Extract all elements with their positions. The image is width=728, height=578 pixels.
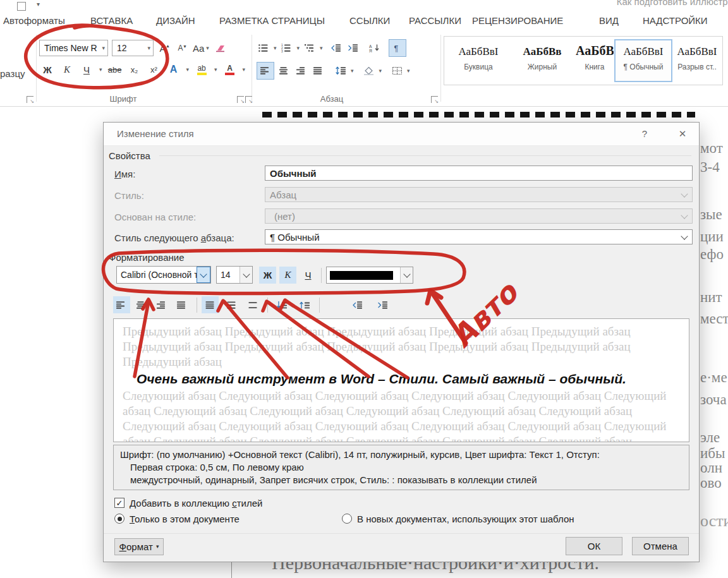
style-gallery-item-5[interactable]: АаБбВвІРазрыв ст.. bbox=[672, 39, 722, 82]
style-gallery-item-4[interactable]: АаБбВвІ¶ Обычный bbox=[614, 39, 672, 82]
align-center-icon[interactable] bbox=[277, 63, 291, 78]
paragraph-dialog-launcher-icon2[interactable]: ↘ bbox=[431, 96, 438, 103]
chevron-down-icon[interactable]: ▾ bbox=[186, 67, 190, 73]
document-fragment: мот bbox=[700, 140, 723, 157]
svg-text:Я: Я bbox=[369, 49, 372, 52]
next-style-combo[interactable]: ¶ Обычный bbox=[265, 229, 693, 244]
format-italic-button[interactable]: К bbox=[279, 267, 296, 284]
sort-icon[interactable]: АЯ bbox=[368, 40, 382, 56]
single-spacing-icon[interactable] bbox=[202, 296, 219, 313]
chevron-down-icon[interactable]: ▾ bbox=[407, 68, 410, 74]
ribbon-tab-6[interactable]: РАССЫЛКИ bbox=[409, 15, 461, 26]
ribbon-tab-7[interactable]: РЕЦЕНЗИРОВАНИЕ bbox=[472, 15, 563, 26]
dlg-align-center-icon[interactable] bbox=[133, 296, 150, 313]
color-combo-dropdown[interactable] bbox=[400, 267, 413, 283]
chevron-down-icon[interactable]: ▾ bbox=[147, 45, 150, 51]
chevron-down-icon[interactable]: ▾ bbox=[320, 45, 323, 51]
ribbon-tab-2[interactable]: ВСТАВКА bbox=[90, 15, 133, 26]
bold-button[interactable]: Ж bbox=[40, 62, 54, 77]
underline-button[interactable]: Ч bbox=[80, 62, 94, 77]
borders-icon[interactable] bbox=[390, 63, 404, 78]
multilevel-list-icon[interactable] bbox=[303, 40, 317, 56]
shading-icon[interactable] bbox=[362, 63, 376, 78]
chevron-down-icon[interactable]: ▾ bbox=[274, 45, 277, 51]
dlg-increase-indent-icon[interactable] bbox=[375, 296, 392, 313]
ok-button[interactable]: ОК bbox=[566, 537, 622, 555]
font-name-combo[interactable]: Times New R ▾ bbox=[39, 40, 108, 56]
format-bold-button[interactable]: Ж bbox=[259, 267, 276, 284]
numbering-icon[interactable]: 123 bbox=[280, 40, 294, 56]
grow-font-button[interactable]: А▴ bbox=[157, 40, 171, 56]
font-dialog-launcher-icon[interactable]: ↘ bbox=[237, 96, 244, 103]
align-right-icon[interactable] bbox=[294, 63, 308, 78]
chevron-down-icon[interactable]: ▾ bbox=[297, 45, 300, 51]
superscript-button[interactable]: x² bbox=[147, 62, 161, 77]
align-justify-icon[interactable] bbox=[312, 63, 325, 78]
subscript-button[interactable]: x₂ bbox=[128, 62, 142, 77]
dlg-align-justify-icon[interactable] bbox=[174, 296, 191, 313]
font-size-combo[interactable]: 12 ▾ bbox=[112, 40, 154, 56]
style-gallery-item-2[interactable]: АаБбВвЖирный bbox=[510, 39, 574, 82]
decrease-indent-icon[interactable] bbox=[330, 40, 344, 56]
ribbon-tab-9[interactable]: НАДСТРОЙКИ bbox=[643, 15, 708, 26]
style-gallery-item-3[interactable]: АаБбВКнига bbox=[574, 39, 615, 82]
chevron-down-icon[interactable] bbox=[681, 232, 688, 239]
format-button[interactable]: Формат▾ bbox=[114, 538, 164, 555]
size-combo-dropdown[interactable] bbox=[240, 267, 252, 283]
format-font-combo[interactable]: Calibri (Основной те bbox=[116, 266, 211, 284]
font-color-combo[interactable] bbox=[326, 267, 413, 284]
text-effects-button[interactable]: А bbox=[167, 62, 181, 77]
bullets-icon[interactable] bbox=[257, 40, 270, 56]
increase-indent-icon[interactable] bbox=[347, 40, 361, 56]
chevron-down-icon[interactable]: ▾ bbox=[379, 68, 382, 74]
ribbon-tab-5[interactable]: ССЫЛКИ bbox=[349, 15, 390, 26]
spacing-after-icon[interactable] bbox=[274, 296, 291, 313]
clear-formatting-eraser-icon[interactable] bbox=[213, 40, 227, 56]
cancel-button[interactable]: Отмена bbox=[632, 537, 689, 555]
close-icon[interactable]: ✕ bbox=[674, 127, 691, 141]
align-left-icon[interactable] bbox=[257, 62, 274, 80]
clipboard-dialog-launcher-icon[interactable]: ↘ bbox=[27, 96, 33, 103]
highlight-button[interactable]: ab bbox=[195, 62, 209, 77]
line-spacing-icon[interactable] bbox=[334, 63, 348, 78]
spacing-before-icon[interactable] bbox=[296, 296, 313, 313]
one-half-spacing-icon[interactable] bbox=[223, 296, 240, 313]
ribbon-tab-8[interactable]: ВИД bbox=[599, 15, 619, 26]
format-underline-button[interactable]: Ч bbox=[300, 267, 317, 284]
dlg-align-left-icon[interactable] bbox=[113, 296, 130, 313]
dialog-titlebar[interactable]: Изменение стиля ? ✕ bbox=[104, 123, 699, 146]
name-input[interactable]: Обычный bbox=[265, 166, 693, 181]
add-to-gallery-checkbox[interactable]: ✓ bbox=[114, 498, 124, 508]
add-to-gallery-label: Добавить в коллекцию стилей bbox=[130, 498, 262, 509]
strikethrough-button[interactable]: abe bbox=[108, 62, 122, 77]
ribbon-tab-4[interactable]: РАЗМЕТКА СТРАНИЦЫ bbox=[219, 15, 325, 26]
ribbon-tab-1[interactable]: Автоформаты bbox=[3, 15, 65, 26]
shrink-font-button[interactable]: А▾ bbox=[175, 40, 189, 56]
help-button[interactable]: ? bbox=[636, 127, 653, 141]
based-on-combo: (нет) bbox=[265, 208, 693, 224]
chevron-down-icon[interactable]: ▾ bbox=[99, 67, 102, 73]
font-combo-dropdown[interactable] bbox=[197, 267, 210, 283]
chevron-down-icon[interactable]: ▾ bbox=[351, 68, 354, 74]
style-gallery-item-1[interactable]: АаБбВвІБуквица bbox=[447, 39, 510, 82]
document-fragment: ово bbox=[700, 475, 722, 491]
ribbon-tab-3[interactable]: ДИЗАЙН bbox=[156, 15, 195, 26]
double-spacing-icon[interactable] bbox=[245, 296, 262, 313]
change-case-button[interactable]: Aa▾ bbox=[193, 40, 209, 56]
chevron-down-icon[interactable]: ▾ bbox=[243, 67, 246, 73]
show-formatting-marks-icon[interactable]: ¶ bbox=[389, 39, 406, 57]
svg-text:3: 3 bbox=[281, 50, 283, 52]
group-separator bbox=[440, 35, 441, 102]
new-documents-radio[interactable] bbox=[342, 514, 352, 524]
chevron-down-icon[interactable]: ▾ bbox=[214, 67, 217, 73]
font-color-button[interactable]: А bbox=[223, 62, 237, 77]
italic-button[interactable]: К bbox=[60, 62, 74, 77]
dlg-align-right-icon[interactable] bbox=[154, 296, 171, 313]
paragraph-dialog-launcher-icon[interactable]: ↘ bbox=[245, 96, 252, 103]
qat-dropdown-icon[interactable]: ▾ bbox=[37, 1, 40, 8]
chevron-down-icon[interactable]: ▾ bbox=[102, 45, 105, 51]
format-size-combo[interactable]: 14 bbox=[216, 266, 253, 284]
dlg-decrease-indent-icon[interactable] bbox=[349, 296, 367, 313]
qat-icon[interactable] bbox=[17, 2, 26, 11]
only-this-document-radio[interactable] bbox=[114, 514, 124, 524]
